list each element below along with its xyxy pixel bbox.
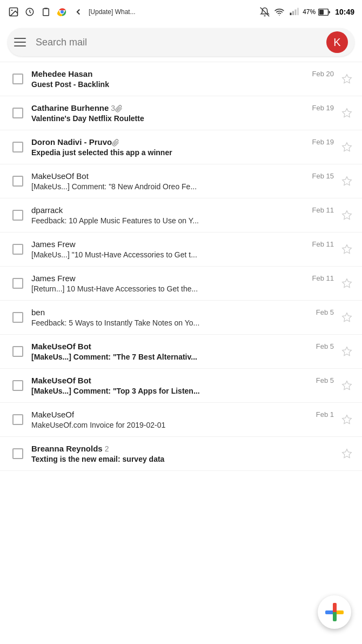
- checkbox-area: [8, 380, 28, 391]
- email-subject: MakeUseOf.com Invoice for 2019-02-01: [31, 421, 334, 429]
- email-checkbox[interactable]: [12, 142, 23, 152]
- email-checkbox[interactable]: [12, 346, 23, 357]
- email-subject: Feedback: 10 Apple Music Features to Use…: [31, 216, 334, 225]
- email-content: Catharine Burhenne3 Feb 19Valentine's Da…: [28, 103, 337, 123]
- back-arrow-area: [72, 6, 84, 18]
- sender-row: MakeUseOf Bot: [31, 342, 312, 351]
- email-item[interactable]: MakeUseOf BotFeb 15[MakeUs...] Comment: …: [0, 164, 362, 198]
- checkbox-area: [8, 448, 28, 459]
- sender-row: Catharine Burhenne3: [31, 103, 308, 112]
- email-content: Breanna Reynolds2Texting is the new emai…: [28, 444, 337, 463]
- star-icon[interactable]: [339, 176, 354, 187]
- clock-display: 10:49: [335, 8, 354, 16]
- email-item[interactable]: Catharine Burhenne3 Feb 19Valentine's Da…: [0, 96, 362, 130]
- email-subject: [MakeUs...] Comment: "Top 3 Apps for Lis…: [31, 387, 334, 395]
- email-date: Feb 5: [316, 308, 334, 316]
- email-checkbox[interactable]: [12, 108, 23, 118]
- email-content: MakeUseOfFeb 1MakeUseOf.com Invoice for …: [28, 410, 337, 429]
- star-icon[interactable]: [339, 210, 354, 221]
- star-icon[interactable]: [339, 380, 354, 391]
- email-subject: [Return...] 10 Must-Have Accessories to …: [31, 284, 334, 293]
- email-header-row: James FrewFeb 11: [31, 274, 334, 283]
- sender-row: MakeUseOf Bot: [31, 376, 312, 385]
- search-input[interactable]: [36, 37, 322, 48]
- checkbox-area: [8, 414, 28, 425]
- avatar[interactable]: K: [326, 31, 348, 53]
- email-subject: Expedia just selected this app a winner: [31, 148, 334, 157]
- star-icon[interactable]: [339, 448, 354, 459]
- email-header-row: Mehedee HasanFeb 20: [31, 69, 334, 78]
- checkbox-area: [8, 142, 28, 152]
- email-checkbox[interactable]: [12, 210, 23, 221]
- sender-name: MakeUseOf Bot: [31, 376, 91, 385]
- email-header-row: benFeb 5: [31, 308, 334, 317]
- star-icon[interactable]: [339, 244, 354, 255]
- email-header-row: Doron Nadivi - Pruvo Feb 19: [31, 137, 334, 147]
- email-item[interactable]: James FrewFeb 11[MakeUs...] "10 Must-Hav…: [0, 233, 362, 267]
- email-list: Mehedee HasanFeb 20Guest Post - Backlink…: [0, 62, 362, 471]
- hamburger-menu-button[interactable]: [14, 35, 29, 50]
- photo-icon: [8, 6, 19, 18]
- sender-name: MakeUseOf: [31, 410, 74, 419]
- checkbox-area: [8, 312, 28, 323]
- email-item[interactable]: Breanna Reynolds2Texting is the new emai…: [0, 437, 362, 471]
- star-icon[interactable]: [339, 414, 354, 425]
- svg-marker-14: [343, 143, 352, 151]
- email-checkbox[interactable]: [12, 176, 23, 187]
- email-content: James FrewFeb 11[MakeUs...] "10 Must-Hav…: [28, 240, 337, 259]
- email-checkbox[interactable]: [12, 74, 23, 84]
- email-header-row: James FrewFeb 11: [31, 240, 334, 249]
- sender-row: James Frew: [31, 240, 308, 249]
- email-checkbox[interactable]: [12, 414, 23, 425]
- wifi-icon: [273, 6, 285, 18]
- star-icon[interactable]: [339, 278, 354, 289]
- attachment-icon: [115, 103, 123, 112]
- email-checkbox[interactable]: [12, 312, 23, 323]
- star-icon[interactable]: [339, 142, 354, 152]
- email-item[interactable]: Mehedee HasanFeb 20Guest Post - Backlink: [0, 62, 362, 96]
- svg-marker-22: [343, 415, 352, 424]
- email-date: Feb 5: [316, 342, 334, 350]
- compose-fab[interactable]: [318, 595, 351, 629]
- email-checkbox[interactable]: [12, 448, 23, 459]
- email-date: Feb 19: [312, 138, 334, 146]
- notifications-off-icon: [259, 6, 271, 18]
- email-date: Feb 19: [312, 104, 334, 112]
- email-checkbox[interactable]: [12, 244, 23, 255]
- email-item[interactable]: James FrewFeb 11[Return...] 10 Must-Have…: [0, 267, 362, 301]
- star-icon[interactable]: [339, 346, 354, 357]
- email-subject: Valentine's Day Netflix Roulette: [31, 114, 334, 123]
- star-icon[interactable]: [339, 108, 354, 118]
- star-icon[interactable]: [339, 74, 354, 84]
- sender-name: Catharine Burhenne: [31, 103, 109, 112]
- email-item[interactable]: MakeUseOf BotFeb 5[MakeUs...] Comment: "…: [0, 369, 362, 403]
- email-item[interactable]: MakeUseOf BotFeb 5[MakeUs...] Comment: "…: [0, 335, 362, 369]
- clipboard-icon: [40, 6, 52, 18]
- svg-marker-13: [343, 109, 352, 117]
- sender-row: dparrack: [31, 205, 308, 215]
- sender-name: James Frew: [31, 240, 76, 249]
- sender-count: 2: [105, 444, 109, 453]
- email-item[interactable]: MakeUseOfFeb 1MakeUseOf.com Invoice for …: [0, 403, 362, 437]
- sender-name: dparrack: [31, 205, 63, 215]
- email-item[interactable]: benFeb 5Feedback: 5 Ways to Instantly Ta…: [0, 301, 362, 335]
- email-item[interactable]: dparrackFeb 11Feedback: 10 Apple Music F…: [0, 198, 362, 233]
- email-checkbox[interactable]: [12, 278, 23, 289]
- svg-marker-23: [343, 449, 352, 458]
- email-date: Feb 11: [312, 240, 334, 248]
- email-date: Feb 15: [312, 172, 334, 180]
- svg-rect-7: [292, 11, 294, 16]
- email-item[interactable]: Doron Nadivi - Pruvo Feb 19Expedia just …: [0, 130, 362, 164]
- email-subject: [MakeUs...] "10 Must-Have Accessories to…: [31, 250, 334, 259]
- search-bar-container: K: [0, 23, 362, 62]
- search-bar[interactable]: K: [8, 28, 354, 56]
- svg-rect-9: [297, 8, 299, 16]
- sender-name: Breanna Reynolds: [31, 444, 103, 453]
- svg-marker-16: [343, 211, 352, 220]
- svg-marker-20: [343, 347, 352, 356]
- star-icon[interactable]: [339, 312, 354, 323]
- email-header-row: MakeUseOf BotFeb 15: [31, 171, 334, 181]
- svg-marker-21: [343, 381, 352, 390]
- checkbox-area: [8, 210, 28, 221]
- email-checkbox[interactable]: [12, 380, 23, 391]
